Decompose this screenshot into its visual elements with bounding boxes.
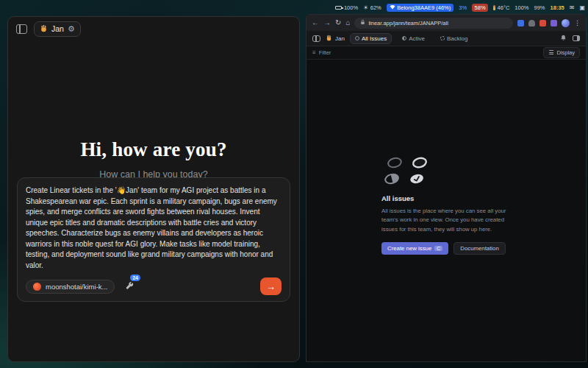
status-charge: 99% <box>534 4 545 11</box>
battery-icon <box>335 6 342 10</box>
tray-icon[interactable]: ▣ <box>579 4 585 11</box>
jan-app-window: Jan ⚙ Hi, how are you? How can I help yo… <box>7 16 300 362</box>
in-progress-ring-icon <box>381 171 402 188</box>
workspace-name: Jan <box>335 35 345 42</box>
jan-team-hand-icon <box>326 35 332 43</box>
forward-icon[interactable]: → <box>323 19 331 26</box>
extension-icon[interactable] <box>517 20 524 26</box>
status-brightness: ☀62% <box>363 4 381 11</box>
assistant-selector[interactable]: Jan ⚙ <box>34 21 81 37</box>
puzzle-icon[interactable] <box>528 20 535 26</box>
linear-sidebar-toggle-icon[interactable] <box>312 35 320 42</box>
jan-hand-icon <box>40 24 48 34</box>
profile-avatar[interactable] <box>562 19 570 27</box>
chat-input-toolbar: moonshotai/kimi-k... 24 → <box>26 277 282 295</box>
browser-window: ← → ↻ ⌂ linear.app/jann/team/JANAPP/all … <box>306 14 587 362</box>
chat-input-text[interactable]: Create Linear tickets in the '👋Jan' team… <box>26 185 282 271</box>
active-icon <box>402 36 406 40</box>
filter-button[interactable]: ≡ Filter <box>312 49 331 56</box>
status-temperature: 46°C <box>493 4 509 11</box>
reload-icon[interactable]: ↻ <box>335 19 341 26</box>
tab-active[interactable]: Active <box>397 33 430 44</box>
extension-icon-2[interactable] <box>551 20 557 26</box>
done-check-ring-icon <box>406 171 427 188</box>
send-button[interactable]: → <box>260 277 282 295</box>
create-issue-shortcut: C <box>434 246 442 251</box>
status-battery: 100% <box>335 4 358 11</box>
display-button[interactable]: ☰ Display <box>543 47 580 58</box>
status-clock: 18:35 <box>551 4 564 11</box>
model-provider-icon <box>33 283 41 291</box>
status-memory: 58% <box>472 4 488 12</box>
filter-icon: ≡ <box>312 50 316 56</box>
issue-status-illustration <box>386 156 511 185</box>
linear-filter-bar: ≡ Filter ☰ Display <box>306 46 586 60</box>
todo-ring-icon <box>384 155 405 171</box>
notifications-bell-icon[interactable] <box>560 35 567 43</box>
chat-input-card[interactable]: Create Linear tickets in the '👋Jan' team… <box>17 177 290 302</box>
tab-all-issues[interactable]: All Issues <box>350 33 392 44</box>
greeting-title: Hi, how are you? <box>8 138 299 161</box>
linear-content: All issues All issues is the place where… <box>306 60 586 361</box>
adblock-icon[interactable] <box>539 20 546 26</box>
lock-icon <box>360 19 365 26</box>
mail-icon[interactable]: ✉ <box>570 4 575 11</box>
right-panel-icon[interactable] <box>573 35 580 41</box>
status-wifi: Belong38AAE9 (46%) <box>387 4 453 12</box>
linear-header: Jan All Issues Active Backlog <box>306 31 586 46</box>
model-selector[interactable]: moonshotai/kimi-k... <box>26 280 115 294</box>
backlog-icon <box>440 36 445 40</box>
empty-state: All issues All issues is the place where… <box>381 156 511 254</box>
empty-state-title: All issues <box>381 194 511 202</box>
tools-count-badge: 24 <box>130 275 141 281</box>
greeting-block: Hi, how are you? How can I help you toda… <box>8 138 299 180</box>
url-text: linear.app/jann/team/JANAPP/all <box>368 20 448 26</box>
documentation-button[interactable]: Documentation <box>453 242 505 255</box>
thermometer-icon <box>493 5 495 10</box>
display-icon: ☰ <box>548 50 553 56</box>
tab-backlog[interactable]: Backlog <box>435 33 473 44</box>
tools-button[interactable]: 24 <box>125 280 134 293</box>
status-cpu: 3% <box>459 4 467 11</box>
tools-icon <box>125 280 134 292</box>
model-name: moonshotai/kimi-k... <box>46 283 107 291</box>
empty-state-actions: Create new issue C Documentation <box>381 242 511 255</box>
address-bar[interactable]: linear.app/jann/team/JANAPP/all <box>354 18 513 29</box>
empty-state-description: All issues is the place where you can se… <box>381 207 511 233</box>
gear-icon[interactable]: ⚙ <box>68 25 75 33</box>
send-arrow-icon: → <box>266 282 276 291</box>
assistant-name: Jan <box>51 24 64 33</box>
back-icon[interactable]: ← <box>312 19 319 26</box>
jan-topbar: Jan ⚙ <box>8 17 299 40</box>
linear-workspace[interactable]: Jan <box>326 35 345 43</box>
create-issue-button[interactable]: Create new issue C <box>381 242 448 255</box>
browser-menu-icon[interactable]: ⋮ <box>574 19 581 26</box>
bold-ring-icon <box>409 155 430 171</box>
status-power: 100% <box>514 4 528 11</box>
all-issues-icon <box>355 36 359 40</box>
home-icon[interactable]: ⌂ <box>345 19 350 26</box>
sidebar-toggle-icon[interactable] <box>16 24 27 34</box>
wifi-icon <box>390 4 395 11</box>
browser-toolbar: ← → ↻ ⌂ linear.app/jann/team/JANAPP/all … <box>306 15 586 31</box>
brightness-icon: ☀ <box>363 4 368 11</box>
system-status-bar: 100% ☀62% Belong38AAE9 (46%) 3% 58% 46°C… <box>309 2 585 13</box>
